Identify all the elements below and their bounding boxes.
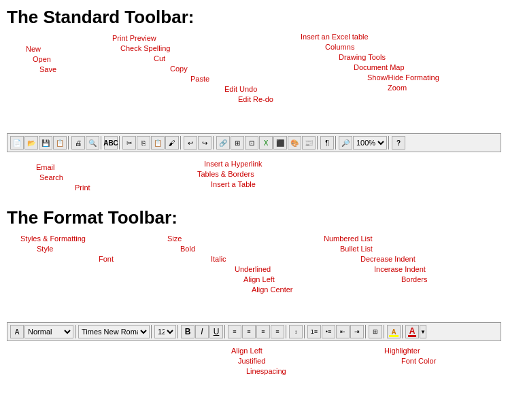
btn-tables[interactable]: ⊞ <box>231 136 244 150</box>
label-insert-excel: Insert an Excel table <box>301 33 369 41</box>
btn-increase-indent[interactable]: ⇥ <box>350 325 364 338</box>
btn-help[interactable]: ? <box>392 136 405 150</box>
label-align-left-top: Align Left <box>243 275 275 283</box>
btn-save[interactable]: 💾 <box>39 136 52 150</box>
standard-toolbar-title: The Standard Toolbar: <box>7 7 501 28</box>
btn-borders[interactable]: ⊞ <box>369 325 382 338</box>
fmt-sep-9 <box>402 325 404 338</box>
btn-align-right[interactable]: ≡ <box>256 325 270 338</box>
label-edit-redo: Edit Re-do <box>238 95 273 103</box>
btn-doc-map[interactable]: 📰 <box>302 136 316 150</box>
btn-numbered-list[interactable]: 1≡ <box>307 325 321 338</box>
btn-columns[interactable]: ⬛ <box>273 136 287 150</box>
label-document-map: Document Map <box>354 63 405 71</box>
btn-new[interactable]: 📄 <box>10 136 24 150</box>
separator-3 <box>119 136 121 150</box>
label-tables-borders: Tables & Borders <box>197 170 254 178</box>
label-align-center: Align Center <box>252 285 293 294</box>
separator-8 <box>388 136 390 150</box>
separator-7 <box>335 136 337 150</box>
size-select[interactable]: 12 10 14 <box>154 325 176 338</box>
font-select[interactable]: Times New Roman Arial <box>78 325 150 338</box>
fmt-sep-1 <box>75 325 77 338</box>
btn-excel[interactable]: X <box>259 136 273 150</box>
label-email: Email <box>36 163 55 171</box>
separator-5 <box>213 136 215 150</box>
btn-decrease-indent[interactable]: ⇤ <box>336 325 350 338</box>
label-highlighter: Highlighter <box>384 347 420 355</box>
label-print: Print <box>75 183 90 192</box>
zoom-select[interactable]: 100% 75% 150% <box>353 136 387 150</box>
label-styles-formatting: Styles & Formatting <box>20 234 86 243</box>
style-select[interactable]: Normal Heading 1 <box>24 325 73 338</box>
btn-insert-table[interactable]: ⊡ <box>245 136 258 150</box>
label-font-color: Font Color <box>401 357 436 365</box>
label-borders: Borders <box>401 275 428 283</box>
format-toolbar-bar: A Normal Heading 1 Times New Roman Arial… <box>7 322 501 341</box>
btn-hyperlink[interactable]: 🔗 <box>216 136 230 150</box>
label-numbered-list: Numbered List <box>324 234 373 243</box>
separator-1 <box>68 136 70 150</box>
label-new: New <box>26 45 41 53</box>
label-check-spelling: Check Spelling <box>120 44 170 52</box>
btn-redo[interactable]: ↪ <box>198 136 211 150</box>
label-print-preview: Print Preview <box>112 34 156 42</box>
btn-extra[interactable]: 📋 <box>53 136 67 150</box>
label-show-hide: Show/Hide Formating <box>367 73 439 82</box>
btn-justify[interactable]: ≡ <box>271 325 284 338</box>
label-linespacing: Linespacing <box>246 367 286 375</box>
btn-italic[interactable]: I <box>195 325 209 338</box>
label-zoom: Zoom <box>388 84 407 92</box>
label-paste: Paste <box>190 75 209 83</box>
btn-font-color-arrow[interactable]: ▼ <box>420 325 426 338</box>
label-search: Search <box>39 173 63 181</box>
label-copy: Copy <box>170 65 188 73</box>
btn-zoom-icon[interactable]: 🔎 <box>339 136 352 150</box>
btn-print-preview[interactable]: 🔍 <box>86 136 99 150</box>
label-drawing-tools: Drawing Tools <box>339 53 386 61</box>
btn-copy[interactable]: ⎘ <box>137 136 150 150</box>
label-bullet-list: Bullet List <box>340 245 373 253</box>
separator-2 <box>101 136 103 150</box>
label-open: Open <box>33 55 51 63</box>
fmt-sep-3 <box>177 325 180 338</box>
label-size: Size <box>167 234 182 243</box>
label-columns: Columns <box>325 43 354 51</box>
btn-paste[interactable]: 📋 <box>151 136 165 150</box>
label-italic: Italic <box>211 255 226 263</box>
btn-format-painter[interactable]: 🖌 <box>165 136 179 150</box>
label-decrease-indent: Decrease Indent <box>360 255 416 263</box>
fmt-sep-2 <box>151 325 153 338</box>
btn-spell[interactable]: ABC <box>104 136 118 150</box>
btn-cut[interactable]: ✂ <box>122 136 136 150</box>
format-toolbar-title: The Format Toolbar: <box>7 207 501 228</box>
btn-drawing[interactable]: 🎨 <box>288 136 301 150</box>
btn-align-left[interactable]: ≡ <box>228 325 241 338</box>
btn-show-hide[interactable]: ¶ <box>320 136 334 150</box>
format-toolbar-section: The Format Toolbar: Styles & Formatting … <box>7 207 501 402</box>
fmt-sep-4 <box>224 325 226 338</box>
label-justified: Justified <box>238 357 265 365</box>
btn-font-color[interactable]: A <box>405 325 419 338</box>
label-bold: Bold <box>180 245 195 253</box>
btn-undo[interactable]: ↩ <box>184 136 197 150</box>
btn-open[interactable]: 📂 <box>24 136 38 150</box>
label-insert-table: Insert a Table <box>211 180 256 188</box>
standard-toolbar-bar: 📄 📂 💾 📋 🖨 🔍 ABC ✂ ⎘ 📋 🖌 <box>7 133 501 152</box>
standard-toolbar-section: The Standard Toolbar: New Open Save Prin… <box>7 7 501 200</box>
label-cut: Cut <box>154 54 165 63</box>
label-increase-indent: Incerase Indent <box>374 265 426 273</box>
btn-bullet-list[interactable]: •≡ <box>322 325 335 338</box>
btn-styles-formatting[interactable]: A <box>10 325 24 338</box>
btn-linespacing[interactable]: ↕ <box>289 325 303 338</box>
label-align-left-bottom: Align Left <box>231 347 263 355</box>
label-insert-hyperlink: Insert a Hyperlink <box>204 160 263 168</box>
btn-bold[interactable]: B <box>181 325 194 338</box>
btn-underline[interactable]: U <box>209 325 223 338</box>
separator-6 <box>317 136 319 150</box>
separator-4 <box>180 136 182 150</box>
fmt-sep-5 <box>286 325 288 338</box>
btn-highlight[interactable]: A <box>387 325 401 338</box>
btn-print[interactable]: 🖨 <box>71 136 85 150</box>
btn-align-center[interactable]: ≡ <box>242 325 256 338</box>
